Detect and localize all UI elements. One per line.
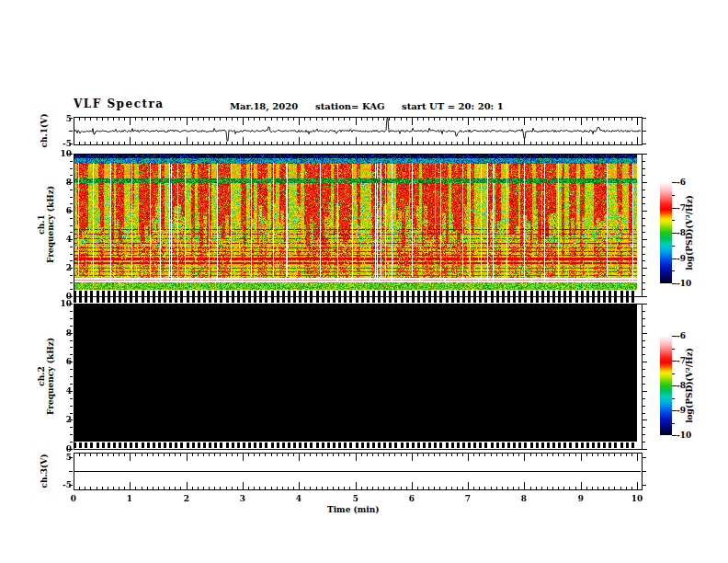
x-tick <box>439 142 440 144</box>
spectrogram-edge-tick <box>299 291 301 296</box>
x-tick <box>344 487 345 489</box>
x-tick <box>271 118 272 121</box>
x-tick <box>496 118 497 121</box>
spectrogram-edge-tick <box>563 291 566 296</box>
spectrogram-edge-tick <box>327 297 330 303</box>
x-tick <box>97 454 97 456</box>
spectrogram-edge-tick <box>333 291 336 296</box>
x-tick <box>372 118 373 121</box>
x-tick <box>631 454 632 456</box>
spectrogram-edge-tick <box>293 442 296 448</box>
x-tick <box>524 137 525 144</box>
x-tick <box>288 142 289 144</box>
x-tick <box>597 487 598 489</box>
x-tick <box>575 142 576 144</box>
x-tick <box>479 142 480 144</box>
x-tick <box>417 487 418 489</box>
spectrogram-edge-tick <box>203 297 206 303</box>
spectrogram-edge-tick <box>119 442 121 448</box>
spectrogram-edge-tick <box>434 291 437 296</box>
spectrogram-edge-tick <box>282 442 285 448</box>
spectrogram-edge-tick <box>97 291 99 296</box>
x-tick <box>496 454 497 456</box>
spectrogram-edge-tick <box>592 291 595 296</box>
spectrogram-edge-tick <box>372 442 375 448</box>
y-tick <box>70 318 73 319</box>
spectrogram-edge-tick <box>586 442 589 448</box>
x-tick <box>558 454 559 456</box>
x-tick <box>406 454 407 456</box>
spectrogram-edge-tick <box>102 442 105 448</box>
spectrogram-edge-tick <box>513 297 516 303</box>
spectrogram-edge-tick <box>614 297 617 303</box>
x-tick <box>198 487 199 489</box>
x-tick <box>552 118 553 121</box>
x-tick-label: 0 <box>60 494 87 503</box>
x-tick <box>209 142 210 144</box>
y-tick <box>643 362 647 362</box>
spectrogram-edge-tick <box>575 297 578 303</box>
y-tick <box>643 289 645 290</box>
spectrogram-edge-tick <box>361 297 364 303</box>
spectrogram-edge-tick <box>563 297 566 303</box>
x-tick <box>394 487 395 489</box>
x-tick <box>209 118 210 121</box>
spectrogram-edge-tick <box>569 291 572 296</box>
x-tick <box>153 118 154 121</box>
x-tick <box>135 487 136 489</box>
x-tick <box>130 482 131 489</box>
x-tick <box>232 454 233 456</box>
spectrogram-edge-tick <box>248 291 251 296</box>
spectrogram-edge-tick <box>74 297 76 303</box>
x-axis-title: Time (min) <box>327 505 380 515</box>
spectrogram-edge-tick <box>524 297 527 303</box>
x-tick <box>423 142 424 144</box>
x-tick <box>338 142 339 144</box>
y-tick <box>643 144 646 144</box>
spectrogram-edge-tick <box>536 297 539 303</box>
spectrogram-edge-tick <box>558 297 561 303</box>
spectrogram-edge-tick <box>406 297 409 303</box>
y-tick <box>643 182 647 183</box>
x-tick <box>631 142 632 144</box>
x-tick <box>316 142 317 144</box>
y-tick <box>70 289 73 290</box>
spectrogram-edge-tick <box>401 297 404 303</box>
x-tick <box>153 487 154 489</box>
x-tick <box>547 118 548 121</box>
x-tick <box>142 487 142 489</box>
spectrogram-edge-tick <box>597 291 600 296</box>
spectrogram-edge-tick <box>187 442 189 448</box>
y-tick <box>70 232 73 233</box>
spectrogram-edge-tick <box>451 291 454 296</box>
spectrogram-edge-tick <box>484 291 487 296</box>
x-tick <box>569 454 570 456</box>
spectrogram-edge-tick <box>310 291 313 296</box>
y-tick <box>643 427 645 428</box>
x-tick <box>592 487 593 489</box>
y-tick <box>643 419 647 420</box>
spectrogram-edge-tick <box>626 291 629 296</box>
x-tick <box>119 487 119 489</box>
y-tick <box>643 190 645 190</box>
x-tick <box>586 118 587 121</box>
spectrogram-edge-tick <box>237 442 240 448</box>
spectrogram-edge-tick <box>502 442 505 448</box>
spectrogram-edge-tick <box>248 297 251 303</box>
spectrogram-edge-tick <box>180 297 183 303</box>
spectrogram-edge-tick <box>192 442 195 448</box>
x-tick <box>457 487 458 489</box>
x-tick <box>248 118 249 121</box>
x-tick <box>102 118 103 121</box>
x-tick <box>530 454 531 456</box>
x-tick <box>169 487 170 489</box>
x-tick <box>428 487 429 489</box>
x-tick <box>536 142 537 144</box>
spectrogram-edge-tick <box>322 291 324 296</box>
x-tick <box>316 118 317 121</box>
ch2-spectrogram-image <box>74 304 637 442</box>
x-tick <box>479 487 480 489</box>
spectrogram-edge-tick <box>327 442 330 448</box>
x-tick <box>135 454 136 456</box>
x-tick <box>164 118 165 121</box>
